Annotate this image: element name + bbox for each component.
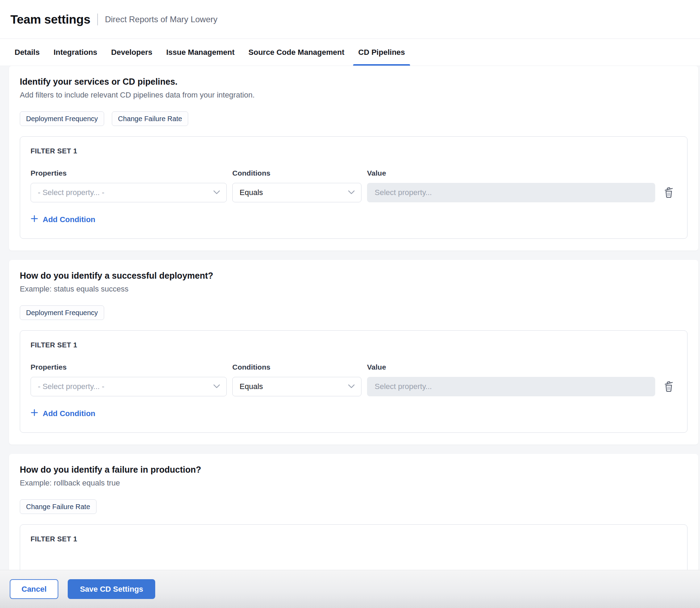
tab-details[interactable]: Details — [15, 39, 40, 66]
chevron-down-icon — [348, 189, 355, 196]
chevron-down-icon — [348, 383, 355, 390]
section-heading: How do you identify a successful deploym… — [20, 270, 688, 281]
section-heading: Identify your services or CD pipelines. — [20, 76, 688, 87]
value-input[interactable] — [367, 183, 655, 202]
title-bar: Team settings Direct Reports of Mary Low… — [0, 0, 700, 39]
chevron-down-icon — [213, 189, 220, 196]
filter-set-title: FILTER SET 1 — [31, 535, 677, 543]
delete-filter-button[interactable] — [661, 186, 677, 199]
filter-set-card: FILTER SET 1 Properties Conditions Value… — [20, 330, 688, 433]
conditions-label: Conditions — [232, 363, 361, 371]
tab-bar: Details Integrations Developers Issue Ma… — [0, 39, 700, 66]
metric-chips: Deployment Frequency — [20, 305, 688, 320]
section-subheading: Example: status equals success — [20, 284, 688, 294]
condition-select-value: Equals — [240, 382, 263, 391]
properties-label: Properties — [31, 363, 227, 371]
filter-column-labels: Properties Conditions Value — [31, 169, 677, 177]
chip-change-failure-rate[interactable]: Change Failure Rate — [112, 111, 189, 126]
section-subheading: Example: rollback equals true — [20, 478, 688, 488]
section-subheading: Add filters to include relevant CD pipel… — [20, 90, 688, 100]
filter-set-title: FILTER SET 1 — [31, 341, 677, 349]
add-condition-label: Add Condition — [43, 215, 95, 224]
plus-icon — [31, 409, 38, 419]
property-select[interactable]: - Select property... - — [31, 183, 227, 202]
trash-icon — [664, 380, 674, 393]
condition-select[interactable]: Equals — [232, 377, 361, 396]
chip-change-failure-rate[interactable]: Change Failure Rate — [20, 499, 97, 514]
main-content: Identify your services or CD pipelines. … — [0, 66, 700, 608]
footer-action-bar: Cancel Save CD Settings — [0, 570, 700, 608]
chevron-down-icon — [213, 383, 220, 390]
add-condition-label: Add Condition — [43, 409, 95, 418]
chip-deployment-frequency[interactable]: Deployment Frequency — [20, 111, 104, 126]
section-successful-deployment: How do you identify a successful deploym… — [9, 260, 698, 445]
add-condition-button[interactable]: Add Condition — [31, 409, 95, 419]
plus-icon — [31, 215, 38, 225]
trash-icon — [664, 186, 674, 199]
tab-developers[interactable]: Developers — [111, 39, 152, 66]
property-select-placeholder: - Select property... - — [38, 188, 105, 197]
condition-select[interactable]: Equals — [232, 183, 361, 202]
delete-filter-button[interactable] — [661, 380, 677, 393]
title-divider — [97, 14, 98, 25]
save-cd-settings-button[interactable]: Save CD Settings — [68, 579, 155, 599]
page-subtitle: Direct Reports of Mary Lowery — [105, 15, 217, 24]
chip-deployment-frequency[interactable]: Deployment Frequency — [20, 305, 104, 320]
value-label: Value — [367, 169, 655, 177]
page-title: Team settings — [10, 12, 90, 26]
properties-label: Properties — [31, 169, 227, 177]
property-select[interactable]: - Select property... - — [31, 377, 227, 396]
add-condition-button[interactable]: Add Condition — [31, 215, 95, 225]
value-label: Value — [367, 363, 655, 371]
conditions-label: Conditions — [232, 169, 361, 177]
metric-chips: Deployment Frequency Change Failure Rate — [20, 111, 688, 126]
tab-issue-management[interactable]: Issue Management — [166, 39, 235, 66]
filter-set-card: FILTER SET 1 Properties Conditions Value… — [20, 136, 688, 239]
filter-row: - Select property... - Equals — [31, 183, 677, 202]
cancel-button[interactable]: Cancel — [10, 579, 58, 599]
section-heading: How do you identify a failure in product… — [20, 464, 688, 475]
section-identify-pipelines: Identify your services or CD pipelines. … — [9, 66, 698, 251]
property-select-placeholder: - Select property... - — [38, 382, 105, 391]
filter-row: - Select property... - Equals — [31, 377, 677, 396]
tab-integrations[interactable]: Integrations — [53, 39, 97, 66]
metric-chips: Change Failure Rate — [20, 499, 688, 514]
value-input[interactable] — [367, 377, 655, 396]
condition-select-value: Equals — [240, 188, 263, 197]
filter-set-title: FILTER SET 1 — [31, 147, 677, 155]
filter-column-labels: Properties Conditions Value — [31, 363, 677, 371]
tab-source-code-management[interactable]: Source Code Management — [249, 39, 344, 66]
tab-cd-pipelines[interactable]: CD Pipelines — [358, 39, 405, 66]
